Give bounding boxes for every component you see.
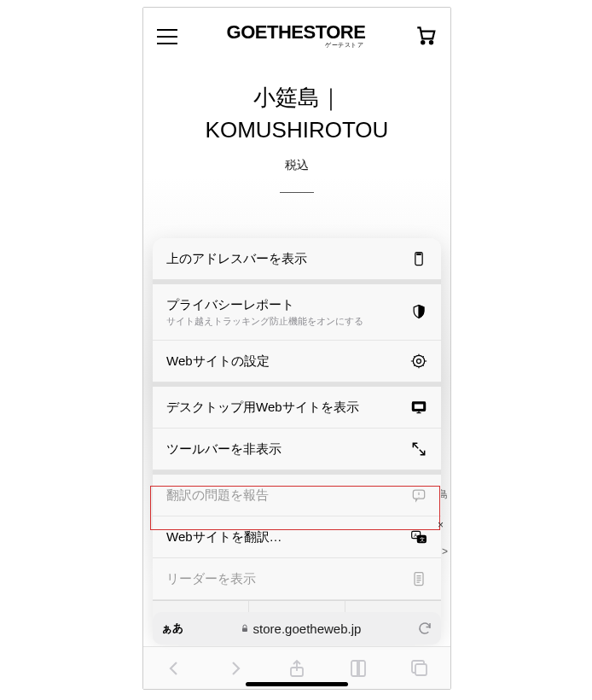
menu-item-translate-website[interactable]: Webサイトを翻訳… A 文 [153,516,441,558]
tabs-icon[interactable] [409,658,430,679]
menu-item-show-top-address-bar[interactable]: 上のアドレスバーを表示 [153,238,441,280]
menu-item-request-desktop-site[interactable]: デスクトップ用Webサイトを表示 [153,382,441,429]
forward-icon[interactable] [225,658,246,679]
safari-aa-menu: 上のアドレスバーを表示 プライバシーレポート サイト越えトラッキング防止機能をオ… [153,238,441,639]
svg-rect-8 [414,403,424,409]
aa-button[interactable]: ぁあ [161,621,183,636]
site-header: GOETHESTORE ゲーテストア [143,8,450,65]
hamburger-menu-button[interactable] [157,29,177,44]
gear-icon [410,353,427,370]
lock-icon [240,623,250,633]
menu-item-hide-toolbar[interactable]: ツールバーを非表示 [153,429,441,470]
svg-point-1 [430,41,432,44]
svg-rect-17 [415,664,427,675]
translate-icon: A 文 [410,528,427,545]
product-title: 小筵島｜ KOMUSHIROTOU [143,82,450,146]
logo: GOETHESTORE ゲーテストア [227,23,366,50]
divider [280,192,314,193]
svg-rect-15 [242,628,247,633]
svg-rect-14 [415,572,423,585]
url-bar[interactable]: ぁあ store.goetheweb.jp [153,612,441,645]
url-display[interactable]: store.goetheweb.jp [190,621,410,636]
svg-point-5 [417,359,421,363]
phone-rect-icon [410,250,427,267]
expand-arrows-icon [410,440,427,458]
share-icon[interactable] [287,658,307,679]
tax-label: 税込 [143,158,450,173]
bookmarks-icon[interactable] [348,658,369,679]
home-indicator [246,682,348,686]
close-x-icon[interactable]: × [438,519,444,531]
shield-icon [410,303,427,320]
report-bubble-icon [410,487,427,504]
cart-icon[interactable] [415,24,437,50]
menu-item-privacy-report[interactable]: プライバシーレポート サイト越えトラッキング防止機能をオンにする [153,280,441,341]
menu-item-website-settings[interactable]: Webサイトの設定 [153,341,441,382]
menu-item-report-translation: 翻訳の問題を報告 [153,470,441,516]
background-text-peek: > [442,545,448,557]
desktop-icon [410,399,427,416]
svg-text:A: A [414,533,417,538]
svg-text:文: 文 [420,536,425,542]
back-icon[interactable] [164,658,184,679]
svg-rect-3 [417,254,421,254]
reader-doc-icon [410,570,427,587]
reload-icon[interactable] [417,621,432,636]
svg-point-0 [421,41,424,44]
menu-item-show-reader: リーダーを表示 [153,558,441,600]
